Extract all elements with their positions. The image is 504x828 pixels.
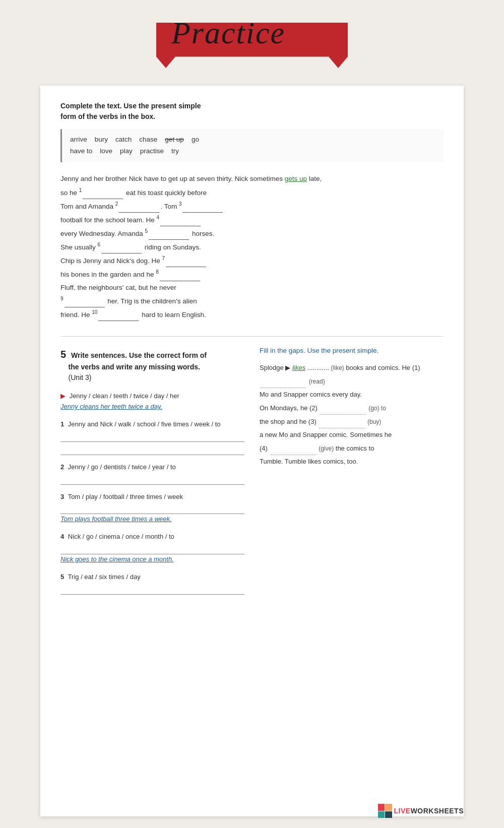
fill-example-answer: likes xyxy=(292,364,305,371)
logo-cell-3 xyxy=(378,811,385,818)
fill-hint-buy: (buy) xyxy=(367,418,381,425)
ex5-right: Fill in the gaps. Use the present simple… xyxy=(260,347,444,601)
blank-7[interactable] xyxy=(166,267,206,267)
logo-live: LIVE xyxy=(394,807,411,815)
verb-box-line1: arrive bury catch chase get up go xyxy=(70,136,199,143)
fill-line5-end: the comics to xyxy=(336,444,374,452)
ex5-left: 5 Write sentences. Use the correct form … xyxy=(60,347,244,601)
fill-line3-end: the shop and he (3) xyxy=(260,418,318,425)
ex5-instruction-line2: the verbs and write any missing words. xyxy=(69,363,200,371)
fill-paragraph: Splodge ▶ likes ............ (like) book… xyxy=(260,361,444,468)
example-item: ▶ Jenny / clean / teeth / twice / day / … xyxy=(60,391,244,412)
answer-line-4[interactable] xyxy=(60,544,244,554)
gets-up-word: gets up xyxy=(285,175,307,182)
sentence-item-5: 5 Trig / eat / six times / day xyxy=(60,572,244,595)
answer-line-3[interactable] xyxy=(60,504,244,514)
ex5-instruction-line1: Write sentences. Use the correct form of xyxy=(71,351,207,359)
fill-line5-start: (4) xyxy=(260,444,268,452)
blank-3[interactable] xyxy=(182,212,223,213)
logo-box xyxy=(378,804,392,818)
answer-line-1b[interactable] xyxy=(60,445,244,455)
fill-line6: Tumble. Tumble likes comics, too. xyxy=(260,458,358,465)
fill-intro-word: Splodge ▶ xyxy=(260,364,292,371)
ex5-header: 5 Write sentences. Use the correct form … xyxy=(60,347,244,383)
fill-line3-start: On Mondays, he (2) xyxy=(260,404,318,412)
banner-container: Practice xyxy=(0,0,504,76)
logo-text: LIVEWORKSHEETS xyxy=(394,807,464,815)
fill-blank-4[interactable] xyxy=(271,441,316,455)
fill-title: Fill in the gaps. Use the present simple… xyxy=(260,347,444,354)
fill-hint-go: (go) to xyxy=(368,405,386,412)
verb-box: arrive bury catch chase get up go have t… xyxy=(60,129,444,162)
fill-hint-1: (like) xyxy=(331,364,344,371)
ex4-instruction-line2: form of the verbs in the box. xyxy=(60,112,155,120)
passage-text: Jenny and her brother Nick have to get u… xyxy=(60,172,444,322)
fill-blank-3[interactable] xyxy=(319,415,364,428)
logo-cell-4 xyxy=(385,811,392,818)
blank-6[interactable] xyxy=(101,253,142,253)
item-2-prompt: Jenny / go / dentists / twice / year / t… xyxy=(68,463,176,471)
fill-hint-give: (give) xyxy=(319,445,334,452)
banner-title: Practice xyxy=(171,15,285,51)
item-5-prompt: Trig / eat / six times / day xyxy=(68,573,141,581)
banner: Practice xyxy=(156,15,348,76)
sentence-item-3: 3 Tom / play / football / three times / … xyxy=(60,492,244,525)
logo-cell-1 xyxy=(378,804,385,811)
section-number: 5 xyxy=(60,349,66,360)
item-1-prompt: Jenny and Nick / walk / school / five ti… xyxy=(68,420,221,428)
blank-5[interactable] xyxy=(149,239,189,240)
item-4-prompt: Nick / go / cinema / once / month / to xyxy=(68,533,174,540)
blank-10[interactable] xyxy=(98,321,139,321)
logo-cell-2 xyxy=(385,804,392,811)
item-4-answer: Nick goes to the cinema once a month. xyxy=(60,555,174,563)
answer-line-2[interactable] xyxy=(60,475,244,485)
section-divider xyxy=(60,336,444,337)
strikethrough-word: get up xyxy=(165,136,184,143)
item-3-answer: Tom plays football three times a week. xyxy=(60,515,172,523)
blank-9[interactable] xyxy=(65,307,105,307)
page: Practice Complete the text. Use the pres… xyxy=(0,0,504,828)
fill-ellipsis-1: ............ xyxy=(307,364,329,371)
footer: LIVEWORKSHEETS xyxy=(378,804,464,818)
ex5-unit-ref: (Unit 3) xyxy=(69,373,92,381)
sentence-item-2: 2 Jenny / go / dentists / twice / year /… xyxy=(60,462,244,485)
bullet-icon: ▶ xyxy=(60,392,66,400)
blank-4[interactable] xyxy=(160,226,201,226)
ex4-instruction: Complete the text. Use the present simpl… xyxy=(60,101,444,122)
sentence-item-1: 1 Jenny and Nick / walk / school / five … xyxy=(60,419,244,455)
fill-hint-read: (read) xyxy=(309,378,325,385)
item-3-prompt: Tom / play / football / three times / we… xyxy=(68,493,183,500)
ex4-instruction-line1: Complete the text. Use the present simpl… xyxy=(60,102,201,110)
answer-line-1[interactable] xyxy=(60,432,244,442)
fill-blank-2[interactable] xyxy=(321,401,366,415)
blank-1[interactable] xyxy=(83,199,123,199)
main-content: Complete the text. Use the present simpl… xyxy=(40,86,464,816)
example-prompt: Jenny / clean / teeth / twice / day / he… xyxy=(70,392,179,400)
fill-line2: Mo and Snapper comics every day. xyxy=(260,391,362,398)
example-answer: Jenny cleans her teeth twice a day. xyxy=(60,403,162,410)
liveworksheets-logo: LIVEWORKSHEETS xyxy=(378,804,464,818)
blank-8[interactable] xyxy=(160,281,200,281)
verb-box-line2: have to love play practise try xyxy=(70,147,179,155)
ex5-container: 5 Write sentences. Use the correct form … xyxy=(60,347,444,601)
fill-blank-1[interactable] xyxy=(261,374,306,388)
sentence-item-4: 4 Nick / go / cinema / once / month / to… xyxy=(60,532,244,565)
fill-line4: a new Mo and Snapper comic. Sometimes he xyxy=(260,431,392,438)
fill-books: books and comics. He (1) xyxy=(346,364,420,371)
answer-line-5[interactable] xyxy=(60,585,244,595)
blank-2[interactable] xyxy=(119,212,159,213)
